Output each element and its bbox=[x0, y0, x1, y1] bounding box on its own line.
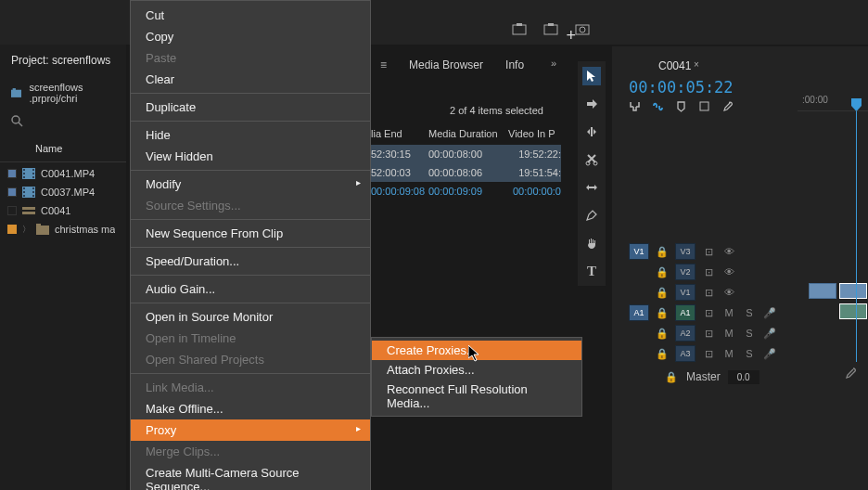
menu-item-speed-duration[interactable]: Speed/Duration... bbox=[131, 251, 370, 272]
video-clip-selected[interactable] bbox=[839, 283, 867, 299]
hand-tool[interactable] bbox=[582, 234, 601, 252]
expand-arrow-icon[interactable]: 〉 bbox=[22, 224, 31, 236]
media-row[interactable]: 52:30:15 00:00:08:00 19:52:22: bbox=[371, 145, 561, 163]
source-patch-a1[interactable]: A1 bbox=[629, 304, 649, 321]
name-column-header[interactable]: Name bbox=[0, 135, 126, 162]
master-value[interactable]: 0.0 bbox=[728, 370, 760, 384]
export-frame-icon[interactable] bbox=[512, 22, 527, 38]
solo-icon[interactable]: S bbox=[742, 305, 757, 320]
attach-proxies-item[interactable]: Attach Proxies... bbox=[372, 360, 581, 380]
timecode-display[interactable]: 00:00:05:22 bbox=[629, 78, 734, 97]
menu-item-modify[interactable]: Modify bbox=[131, 174, 370, 195]
wrench-icon[interactable] bbox=[721, 100, 734, 115]
camera-icon[interactable] bbox=[575, 22, 590, 38]
item-filename: C0041.MP4 bbox=[41, 168, 95, 179]
menu-item-clear[interactable]: Clear bbox=[131, 69, 370, 90]
sequence-tab[interactable]: C0041 bbox=[658, 59, 691, 72]
lock-icon[interactable]: 🔒 bbox=[655, 264, 670, 279]
close-tab-icon[interactable]: × bbox=[694, 59, 699, 70]
menu-item-make-offline[interactable]: Make Offline... bbox=[131, 398, 370, 419]
track-select-tool[interactable] bbox=[582, 95, 601, 113]
lock-icon[interactable]: 🔒 bbox=[655, 305, 670, 320]
razor-tool[interactable] bbox=[582, 150, 601, 169]
item-checkbox[interactable] bbox=[7, 206, 17, 215]
project-file-row[interactable]: screenflows .prproj/chri bbox=[0, 76, 126, 110]
menu-item-proxy[interactable]: Proxy bbox=[131, 419, 370, 441]
media-browser-tab[interactable]: Media Browser bbox=[409, 58, 483, 71]
video-in-col[interactable]: Video In P bbox=[508, 128, 566, 139]
reconnect-full-res-item[interactable]: Reconnect Full Resolution Media... bbox=[372, 380, 581, 413]
track-target-v2[interactable]: V2 bbox=[675, 264, 696, 280]
audio-clip-selected[interactable] bbox=[839, 303, 867, 319]
lock-icon[interactable]: 🔒 bbox=[655, 244, 670, 259]
voice-over-icon[interactable]: 🎤 bbox=[762, 305, 777, 320]
track-target-a3[interactable]: A3 bbox=[675, 345, 696, 362]
snap-icon[interactable] bbox=[629, 100, 641, 115]
add-marker-button[interactable]: + bbox=[566, 26, 576, 45]
menu-item-view-hidden[interactable]: View Hidden bbox=[131, 146, 370, 167]
mute-icon[interactable]: M bbox=[721, 305, 736, 320]
menu-item-audio-gain[interactable]: Audio Gain... bbox=[131, 278, 370, 300]
menu-item-hide[interactable]: Hide bbox=[131, 124, 370, 146]
menu-item-copy[interactable]: Copy bbox=[131, 26, 370, 47]
media-duration-col[interactable]: Media Duration bbox=[428, 128, 508, 139]
panel-menu-icon[interactable]: ≡ bbox=[380, 58, 387, 71]
create-proxies-item[interactable]: Create Proxies... bbox=[372, 341, 581, 360]
media-row[interactable]: 00:00:09:08 00:00:09:09 00:00:00:0 bbox=[371, 182, 561, 200]
eye-icon[interactable]: 👁 bbox=[721, 285, 736, 300]
eye-icon[interactable]: 👁 bbox=[721, 264, 736, 279]
lock-icon[interactable]: 🔒 bbox=[664, 369, 679, 384]
slip-tool[interactable] bbox=[582, 178, 601, 197]
lock-icon[interactable]: 🔒 bbox=[655, 346, 670, 361]
selection-tool[interactable] bbox=[582, 67, 601, 85]
menu-item-duplicate[interactable]: Duplicate bbox=[131, 97, 370, 118]
track-target-v1[interactable]: V1 bbox=[675, 284, 696, 301]
pen-tool[interactable] bbox=[582, 206, 601, 225]
toggle-output-icon[interactable]: ⊡ bbox=[701, 346, 716, 361]
ripple-edit-tool[interactable] bbox=[582, 122, 601, 141]
type-tool[interactable]: T bbox=[582, 262, 601, 280]
toggle-output-icon[interactable]: ⊡ bbox=[701, 285, 716, 300]
video-clip[interactable] bbox=[809, 283, 836, 299]
export-frame-icon-2[interactable] bbox=[543, 22, 558, 38]
voice-over-icon[interactable]: 🎤 bbox=[762, 346, 777, 361]
lock-icon[interactable]: 🔒 bbox=[655, 285, 670, 300]
menu-item-new-sequence-from-clip[interactable]: New Sequence From Clip bbox=[131, 223, 370, 244]
media-row[interactable]: 52:00:03 00:00:08:06 19:51:54: bbox=[371, 163, 561, 182]
timeline-settings-icon[interactable] bbox=[698, 100, 710, 115]
info-tab[interactable]: Info bbox=[505, 58, 524, 71]
source-patch-v1[interactable]: V1 bbox=[629, 243, 649, 260]
panel-overflow-icon[interactable]: » bbox=[551, 58, 556, 69]
lock-icon[interactable]: 🔒 bbox=[655, 326, 670, 341]
menu-item-open-in-source-monitor[interactable]: Open in Source Monitor bbox=[131, 306, 370, 328]
item-checkbox[interactable] bbox=[7, 169, 17, 178]
track-target-a2[interactable]: A2 bbox=[675, 325, 696, 342]
toggle-output-icon[interactable]: ⊡ bbox=[701, 326, 716, 341]
video-clip-icon bbox=[22, 168, 35, 179]
media-end-col[interactable]: lia End bbox=[371, 128, 428, 139]
project-item[interactable]: C0037.MP4 bbox=[0, 183, 126, 201]
voice-over-icon[interactable]: 🎤 bbox=[762, 326, 777, 341]
add-marker-icon[interactable] bbox=[675, 100, 687, 115]
solo-icon[interactable]: S bbox=[742, 326, 757, 341]
item-label-color[interactable] bbox=[7, 225, 17, 234]
mute-icon[interactable]: M bbox=[721, 326, 736, 341]
eye-icon[interactable]: 👁 bbox=[721, 244, 736, 259]
track-target-v3[interactable]: V3 bbox=[675, 243, 696, 260]
toggle-output-icon[interactable]: ⊡ bbox=[701, 264, 716, 279]
playhead-icon[interactable] bbox=[851, 98, 862, 111]
project-item[interactable]: C0041 bbox=[0, 201, 126, 220]
mute-icon[interactable]: M bbox=[721, 346, 736, 361]
timeline-wrench-icon[interactable] bbox=[844, 367, 857, 382]
project-item[interactable]: 〉 christmas ma bbox=[0, 220, 126, 239]
solo-icon[interactable]: S bbox=[742, 346, 757, 361]
menu-item-cut[interactable]: Cut bbox=[131, 5, 370, 26]
item-checkbox[interactable] bbox=[7, 187, 17, 197]
track-target-a1[interactable]: A1 bbox=[675, 304, 696, 321]
toggle-output-icon[interactable]: ⊡ bbox=[701, 244, 716, 259]
search-bar[interactable] bbox=[0, 110, 126, 135]
menu-item-create-multi-camera-source-sequence[interactable]: Create Multi-Camera Source Sequence... bbox=[131, 462, 370, 490]
linked-selection-icon[interactable] bbox=[652, 100, 664, 115]
project-item[interactable]: C0041.MP4 bbox=[0, 164, 126, 183]
toggle-output-icon[interactable]: ⊡ bbox=[701, 305, 716, 320]
